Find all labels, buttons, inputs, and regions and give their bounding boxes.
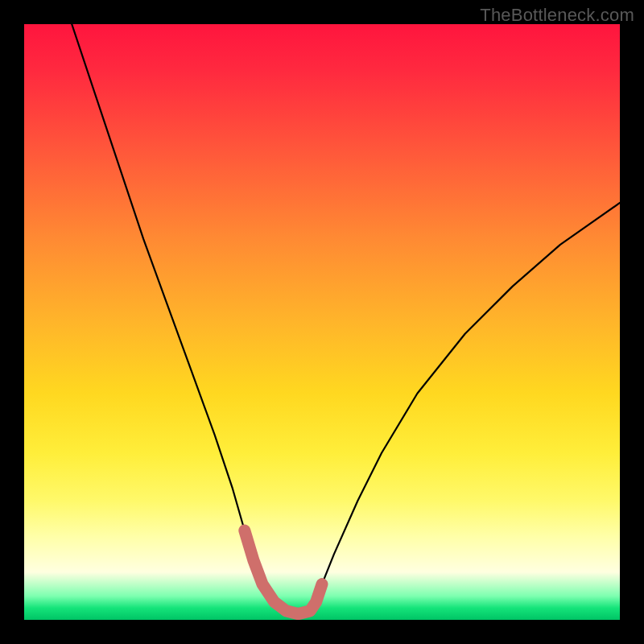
curve-svg [24, 24, 620, 620]
watermark-text: TheBottleneck.com [480, 5, 634, 26]
main-curve [72, 24, 620, 614]
plot-area [24, 24, 620, 620]
highlight-curve [245, 530, 322, 614]
chart-frame: TheBottleneck.com [0, 0, 644, 644]
